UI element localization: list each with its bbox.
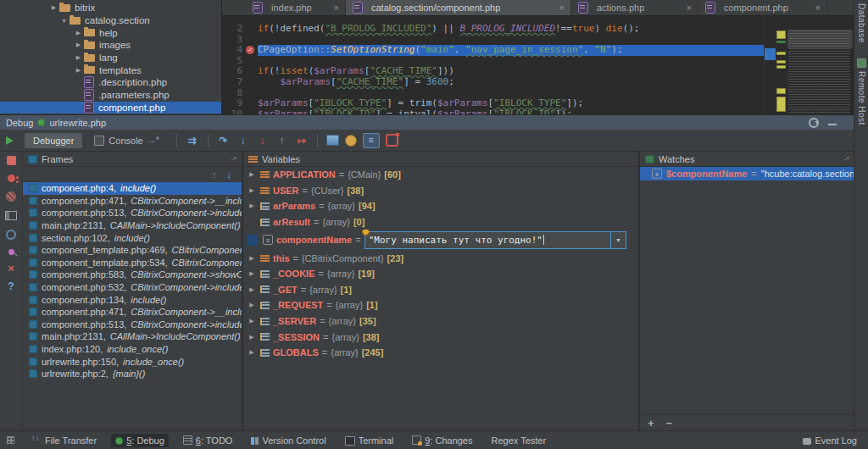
frame-row[interactable]: component.php:513, CBitrixComponent->inc… [23, 207, 242, 219]
gutter[interactable] [245, 66, 258, 77]
close-icon[interactable]: × [8, 264, 14, 273]
debug-settings-button[interactable]: ▼ [809, 118, 820, 128]
remove-watch-button[interactable]: − [666, 417, 673, 430]
frame-row[interactable]: urlrewrite.php:2, {main}() [23, 368, 242, 380]
statusbar-item--changes[interactable]: 9: Changes [408, 434, 476, 447]
gutter[interactable] [245, 98, 258, 109]
step-into-button[interactable]: ↓ [236, 135, 250, 147]
statusbar-item--debug[interactable]: 5: Debug [111, 434, 169, 447]
force-step-into-button[interactable]: ↓ [256, 135, 270, 147]
tree-item[interactable]: .parameters.php [0, 89, 221, 102]
gutter[interactable] [245, 109, 258, 114]
debug-tab-console[interactable]: Console→* [86, 133, 167, 148]
toolwindow-switcher-icon[interactable] [7, 436, 14, 444]
tree-item[interactable]: ▶templates [0, 64, 221, 76]
frame-row[interactable]: component.php:471, CBitrixComponent->__i… [23, 306, 242, 319]
editor-tab[interactable]: index.php× [246, 0, 346, 15]
gutter[interactable] [245, 24, 258, 35]
step-out-button[interactable]: ↑ [275, 135, 289, 147]
frame-row[interactable]: section.php:102, include() [23, 231, 242, 244]
frame-row[interactable]: main.php:2131, CAllMain->IncludeComponen… [23, 330, 242, 343]
expand-arrow-icon[interactable]: ▶ [247, 334, 257, 341]
variable-row[interactable]: ▶APPLICATION={CMain}[60] [243, 167, 638, 183]
restore-layout-button[interactable] [5, 211, 17, 220]
previous-frame-button[interactable]: ↑ [212, 169, 217, 180]
variable-row[interactable]: ▶USER={CUser}[38] [243, 183, 638, 199]
line-number[interactable]: 9 [222, 98, 245, 109]
dropdown-arrow-icon[interactable]: ▼ [610, 232, 626, 248]
debug-tab-debugger[interactable]: Debugger [25, 133, 82, 148]
frame-row[interactable]: component.php:4, include() [23, 182, 242, 195]
panel-options-icon[interactable]: -* [844, 155, 850, 164]
frame-row[interactable]: component.php:471, CBitrixComponent->__i… [23, 195, 242, 208]
frame-row[interactable]: index.php:120, include_once() [23, 343, 242, 356]
statusbar-item--todo[interactable]: 6: TODO [179, 434, 237, 447]
frame-row[interactable]: component.php:134, include() [23, 293, 242, 306]
add-watch-button[interactable]: + [648, 417, 654, 430]
expand-arrow-icon[interactable]: ▶ [247, 187, 257, 194]
tree-item[interactable]: ▶help [0, 26, 221, 39]
variable-row[interactable]: ▶_COOKIE={array}[19] [243, 266, 638, 282]
gutter[interactable] [245, 88, 258, 99]
view-breakpoints-button[interactable] [8, 175, 15, 182]
evaluate-expression-button[interactable] [326, 135, 339, 146]
variable-row[interactable]: ▶arParams={array}[94] [243, 198, 638, 214]
variable-row[interactable]: arResult={array}[0] [243, 214, 638, 230]
coin-icon-button[interactable] [345, 135, 357, 147]
editor-tab[interactable]: catalog.section/component.php× [346, 0, 571, 15]
expand-arrow-icon[interactable]: ▶ [247, 286, 257, 293]
resume-button[interactable] [6, 136, 14, 145]
editor-tab[interactable]: component.php× [698, 0, 827, 15]
help-icon[interactable]: ? [8, 282, 14, 291]
show-execution-point-button[interactable]: ⇉ [186, 135, 199, 147]
close-icon[interactable]: × [326, 3, 339, 13]
line-number[interactable]: 10 [222, 109, 245, 114]
tree-item[interactable]: component.php [0, 102, 221, 114]
close-icon[interactable]: × [678, 3, 692, 13]
frame-row[interactable]: component_template.php:469, CBitrixCompo… [23, 244, 242, 257]
expand-arrow-icon[interactable]: ▶ [247, 349, 257, 356]
statusbar-item-event-log[interactable]: Event Log [798, 434, 861, 447]
variable-row[interactable]: ▶GLOBALS={array}[245] [243, 345, 638, 361]
pin-tab-icon[interactable] [8, 249, 14, 255]
expand-arrow-icon[interactable]: ▶ [247, 202, 257, 209]
watch-row[interactable]: s$componentName="hcube:catalog.section" [640, 167, 854, 180]
expand-arrow-icon[interactable]: ▶ [247, 255, 257, 262]
variable-row[interactable]: ▶this={CBitrixComponent}[23] [243, 250, 638, 266]
hide-panel-button[interactable] [828, 120, 837, 125]
expand-arrow-icon[interactable]: ▶ [247, 318, 257, 324]
variable-row[interactable]: scomponentName="Могу написать тут что уг… [243, 230, 638, 250]
variable-row[interactable]: ▶_SESSION={array}[38] [243, 329, 638, 345]
frame-row[interactable]: component.php:513, CBitrixComponent->inc… [23, 319, 242, 331]
line-number[interactable]: 2 [222, 24, 245, 35]
inline-values-toggle[interactable]: ≡ [363, 133, 380, 148]
layout-settings-button[interactable] [386, 134, 398, 147]
code-editor[interactable]: 2if(!defined("B_PROLOG_INCLUDED") || B_P… [222, 16, 765, 114]
panel-options-icon[interactable]: -* [231, 155, 237, 164]
gutter[interactable] [245, 77, 258, 88]
frame-row[interactable]: component.php:532, CBitrixComponent->inc… [23, 281, 242, 294]
expand-arrow-icon[interactable]: ▶ [247, 171, 257, 178]
tree-item[interactable]: ▶bitrix [0, 2, 221, 14]
close-icon[interactable]: × [807, 3, 821, 13]
settings-gear-icon[interactable] [6, 230, 16, 240]
stop-button[interactable] [7, 156, 16, 165]
variable-row[interactable]: ▶_REQUEST={array}[1] [243, 297, 638, 313]
tree-item[interactable]: .description.php [0, 76, 221, 89]
tree-item[interactable]: ▶lang [0, 52, 221, 64]
variable-row[interactable]: ▶_SERVER={array}[35] [243, 313, 638, 330]
frame-row[interactable]: component_template.php:534, CBitrixCompo… [23, 257, 242, 269]
gutter[interactable]: ✓ [245, 45, 258, 56]
expand-arrow-icon[interactable]: ▶ [247, 302, 257, 308]
frame-row[interactable]: component.php:583, CBitrixComponent->sho… [23, 269, 242, 281]
tree-item[interactable]: ▶images [0, 39, 221, 52]
next-frame-button[interactable]: ↓ [227, 169, 232, 180]
gutter[interactable] [245, 56, 258, 67]
step-over-button[interactable]: ↷ [217, 135, 231, 147]
line-number[interactable]: 4 [222, 45, 245, 56]
statusbar-item-version-control[interactable]: Version Control [247, 434, 330, 447]
breakpoint-icon[interactable]: ✓ [246, 46, 254, 54]
statusbar-item-terminal[interactable]: Terminal [341, 434, 398, 447]
minimap[interactable] [764, 16, 854, 114]
tree-item[interactable]: ▼catalog.section [0, 14, 221, 27]
